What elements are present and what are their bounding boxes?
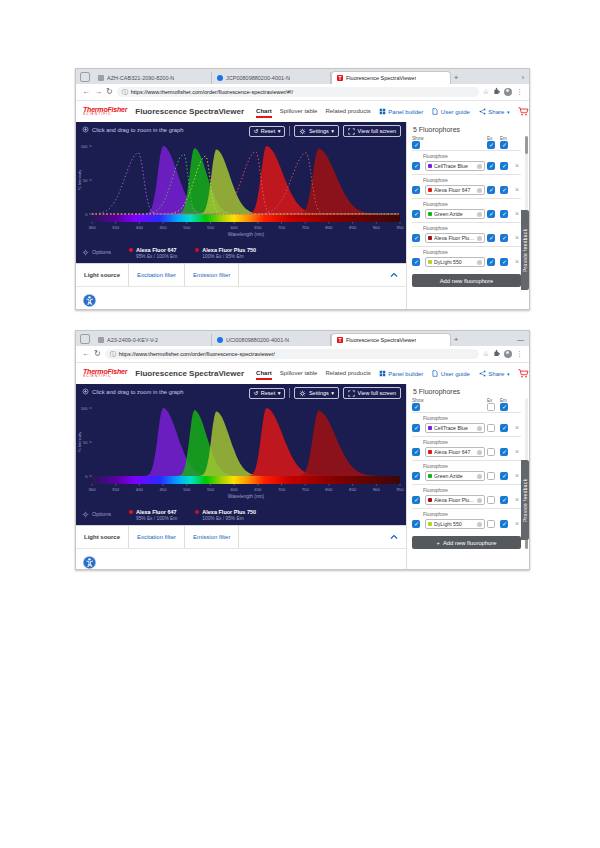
- show-checkbox[interactable]: [412, 448, 420, 456]
- profile-avatar[interactable]: [504, 350, 512, 358]
- url-field[interactable]: ⓘ https://www.thermofisher.com/order/flu…: [105, 349, 479, 359]
- browser-tab-2[interactable]: UCI00809880200-4001-N: [212, 334, 331, 346]
- info-icon[interactable]: [477, 498, 482, 503]
- remove-icon[interactable]: ×: [513, 234, 521, 242]
- profile-avatar[interactable]: [504, 88, 512, 96]
- tab-spillover-table[interactable]: Spillover table: [280, 106, 318, 118]
- fluorophore-name-field[interactable]: Alexa Fluor 647: [425, 185, 485, 195]
- fluorophore-name-field[interactable]: DyLight 550: [425, 519, 485, 529]
- info-icon[interactable]: [477, 260, 482, 265]
- ex-checkbox[interactable]: [487, 210, 495, 218]
- cart-button[interactable]: [518, 107, 529, 117]
- em-checkbox[interactable]: [500, 210, 508, 218]
- thermofisher-logo[interactable]: ThermoFisher SCIENTIFIC: [83, 368, 127, 378]
- collapse-button[interactable]: [390, 264, 406, 286]
- legend-item[interactable]: Alexa Fluor Plus 750 100% Ex / 95% Em: [195, 509, 256, 522]
- info-icon[interactable]: [477, 236, 482, 241]
- fluorophore-name-field[interactable]: Green Azide: [425, 209, 485, 219]
- fullscreen-button[interactable]: View full screen: [343, 387, 401, 399]
- info-icon[interactable]: [477, 522, 482, 527]
- reset-button[interactable]: ↺ Reset ▾: [249, 388, 286, 399]
- remove-icon[interactable]: ×: [513, 258, 521, 266]
- browser-tab-spectraviewer[interactable]: T Fluorescence SpectraViewer: [331, 71, 451, 84]
- browser-menu-icon[interactable]: ⋮: [516, 349, 523, 359]
- tab-overflow-chevron-icon[interactable]: ›: [522, 72, 526, 84]
- share-menu[interactable]: Share ▾: [479, 370, 510, 377]
- em-all-checkbox[interactable]: [500, 141, 508, 149]
- show-all-checkbox[interactable]: [412, 141, 420, 149]
- site-info-icon[interactable]: ⓘ: [122, 88, 128, 97]
- ex-checkbox[interactable]: [487, 186, 495, 194]
- bookmark-star-icon[interactable]: ☆: [483, 87, 489, 97]
- fluorophore-name-field[interactable]: Alexa Fluor Plus 750: [425, 495, 485, 505]
- tab-emission-filter[interactable]: Emission filter: [185, 526, 239, 548]
- show-checkbox[interactable]: [412, 520, 420, 528]
- browser-tab-2[interactable]: JCP00809880200-4001-N: [212, 72, 331, 84]
- em-checkbox[interactable]: [500, 472, 508, 480]
- info-icon[interactable]: [477, 426, 482, 431]
- remove-icon[interactable]: ×: [513, 186, 521, 194]
- site-info-icon[interactable]: ⓘ: [110, 350, 116, 359]
- browser-tab-1[interactable]: A23-2409-0-KEY-V-2: [93, 334, 212, 346]
- legend-item[interactable]: Alexa Fluor 647 95% Ex / 100% Em: [129, 247, 177, 260]
- bookmark-star-icon[interactable]: ☆: [483, 349, 489, 359]
- tab-search-icon[interactable]: [80, 334, 90, 344]
- info-icon[interactable]: [477, 450, 482, 455]
- options-button[interactable]: Options: [82, 511, 111, 518]
- add-fluorophore-button[interactable]: + Add new fluorophore: [412, 536, 521, 549]
- reload-icon[interactable]: ↻: [106, 87, 113, 97]
- thermofisher-logo[interactable]: ThermoFisher SCIENTIFIC: [83, 106, 127, 116]
- extensions-icon[interactable]: [493, 349, 500, 359]
- info-icon[interactable]: [477, 188, 482, 193]
- fluorophore-name-field[interactable]: Green Azide: [425, 471, 485, 481]
- url-field[interactable]: ⓘ https://www.thermofisher.com/order/flu…: [117, 87, 479, 97]
- share-menu[interactable]: Share ▾: [479, 108, 510, 115]
- panel-builder-link[interactable]: Panel builder: [379, 370, 424, 377]
- show-checkbox[interactable]: [412, 186, 420, 194]
- remove-icon[interactable]: ×: [513, 520, 521, 528]
- show-checkbox[interactable]: [412, 162, 420, 170]
- fluorophore-name-field[interactable]: CellTrace Blue: [425, 161, 485, 171]
- remove-icon[interactable]: ×: [513, 210, 521, 218]
- tab-search-icon[interactable]: [80, 72, 90, 82]
- tab-light-source[interactable]: Light source: [76, 526, 129, 548]
- fluorophore-name-field[interactable]: Alexa Fluor 647: [425, 447, 485, 457]
- feedback-tab[interactable]: Provide feedback: [521, 210, 529, 290]
- legend-item[interactable]: Alexa Fluor Plus 750 100% Ex / 95% Em: [195, 247, 256, 260]
- info-icon[interactable]: [477, 212, 482, 217]
- cart-button[interactable]: [518, 369, 529, 379]
- remove-icon[interactable]: ×: [513, 496, 521, 504]
- ex-all-checkbox[interactable]: [487, 141, 495, 149]
- ex-all-checkbox[interactable]: [487, 403, 495, 411]
- tab-chart[interactable]: Chart: [256, 368, 272, 380]
- tab-excitation-filter[interactable]: Excitation filter: [129, 264, 185, 286]
- ex-checkbox[interactable]: [487, 496, 495, 504]
- ex-checkbox[interactable]: [487, 234, 495, 242]
- show-checkbox[interactable]: [412, 234, 420, 242]
- reset-button[interactable]: ↺ Reset ▾: [249, 126, 286, 137]
- info-icon[interactable]: [477, 474, 482, 479]
- browser-tab-spectraviewer[interactable]: T Fluorescence SpectraViewer: [331, 333, 451, 346]
- show-checkbox[interactable]: [412, 472, 420, 480]
- em-checkbox[interactable]: [500, 234, 508, 242]
- panel-builder-link[interactable]: Panel builder: [379, 108, 424, 115]
- tab-chart[interactable]: Chart: [256, 106, 272, 118]
- options-button[interactable]: Options: [82, 249, 111, 256]
- feedback-tab[interactable]: Provide feedback: [521, 460, 529, 540]
- settings-button[interactable]: Settings ▾: [294, 125, 339, 137]
- accessibility-widget[interactable]: [83, 293, 96, 306]
- tab-light-source[interactable]: Light source: [76, 264, 129, 286]
- user-guide-link[interactable]: User guide: [432, 370, 470, 377]
- new-tab-button[interactable]: +: [451, 72, 461, 84]
- spectra-chart[interactable]: 3003504004505005506006507007508008509009…: [76, 384, 406, 525]
- em-checkbox[interactable]: [500, 162, 508, 170]
- em-all-checkbox[interactable]: [500, 403, 508, 411]
- fullscreen-button[interactable]: View full screen: [343, 125, 401, 137]
- forward-icon[interactable]: →: [94, 87, 102, 97]
- em-checkbox[interactable]: [500, 496, 508, 504]
- tab-related-products[interactable]: Related products: [325, 106, 370, 118]
- tab-excitation-filter[interactable]: Excitation filter: [129, 526, 185, 548]
- info-icon[interactable]: [477, 164, 482, 169]
- spectra-chart[interactable]: 3003504004505005506006507007508008509009…: [76, 122, 406, 263]
- show-checkbox[interactable]: [412, 210, 420, 218]
